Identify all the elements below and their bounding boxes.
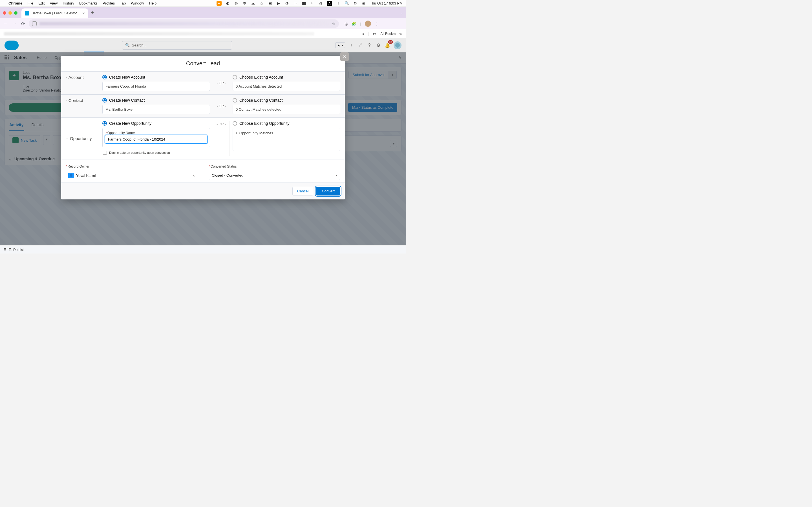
tab-close-icon[interactable]: × [82,11,85,15]
tab-overflow-icon[interactable]: ⌄ [400,11,403,15]
help-icon[interactable]: ? [366,43,372,48]
account-matches-display[interactable]: 0 Account Matches detected [233,82,340,91]
radio-create-opportunity[interactable]: Create New Opportunity [102,121,210,126]
setup-gear-icon[interactable]: ⚙ [375,43,381,48]
radio-icon [102,121,107,126]
menu-help[interactable]: Help [149,1,157,5]
modal-bottom-fields: Record Owner 👤 Yuval Karmi × Converted S… [61,159,345,182]
section-heading-contact[interactable]: ›Contact [66,98,100,103]
display-icon[interactable]: ▭ [293,1,298,6]
global-actions-icon[interactable]: ＋ [349,43,354,48]
opportunity-name-input[interactable] [105,135,207,144]
account-name-input[interactable]: Farmers Coop. of Florida [102,82,210,91]
radio-existing-contact[interactable]: Choose Existing Contact [233,98,340,103]
record-owner-value: Yuval Karmi [76,173,96,178]
menubar-app[interactable]: Chrome [8,1,22,5]
or-separator: - OR - [213,81,230,85]
section-heading-opportunity[interactable]: ⌄Opportunity [66,121,100,156]
checkbox-icon [103,151,107,155]
menubar-clock[interactable]: Thu Oct 17 6:03 PM [370,1,403,5]
radio-existing-account[interactable]: Choose Existing Account [233,75,340,79]
modal-title: Convert Lead [61,56,345,71]
salesforce-logo[interactable] [4,41,18,50]
bookmark-star-icon[interactable]: ☆ [332,22,336,26]
chrome-tab-strip: Bertha Boxer | Lead | Salesfor… × + ⌄ [0,7,406,18]
extension-icon-1[interactable]: ◎ [345,22,348,26]
todo-list-button[interactable]: To Do List [9,248,24,252]
status-icon-4[interactable]: ☁ [251,1,255,6]
guidance-icon[interactable]: ☄ [357,43,363,48]
radio-create-contact[interactable]: Create New Contact [102,98,210,103]
reload-button[interactable]: ⟳ [20,21,26,26]
extensions-icon[interactable]: 🧩 [352,22,356,26]
new-tab-button[interactable]: + [91,10,94,16]
control-center-icon[interactable]: ⚙ [353,1,357,6]
user-icon: 👤 [68,173,74,178]
converted-status-value: Closed - Converted [212,173,243,177]
section-account: ›Account Create New Account Farmers Coop… [61,71,345,94]
wifi-icon[interactable]: ᯤ [310,1,315,6]
menu-history[interactable]: History [63,1,74,5]
section-heading-account[interactable]: ›Account [66,75,100,80]
menu-file[interactable]: File [28,1,33,5]
status-icon-6[interactable]: ▣ [268,1,272,6]
mic-icon[interactable]: ● [216,1,221,6]
forward-button[interactable]: → [12,21,17,26]
radio-icon [102,75,107,79]
status-icon-1[interactable]: ◐ [225,1,230,6]
bookmarks-bar: » | 🗀 All Bookmarks [0,29,406,38]
siri-icon[interactable]: ◉ [361,1,366,6]
menu-profiles[interactable]: Profiles [103,1,115,5]
site-info-icon[interactable] [32,21,37,26]
converted-status-select[interactable]: Closed - Converted ▾ [209,171,340,180]
status-icon-3[interactable]: ✲ [243,1,247,6]
browser-tab[interactable]: Bertha Boxer | Lead | Salesfor… × [21,8,88,18]
radio-existing-opportunity[interactable]: Choose Existing Opportunity [233,121,340,126]
dont-create-checkbox[interactable]: Don't create an opportunity upon convers… [102,150,210,156]
minimize-window-button[interactable] [8,11,12,15]
modal-close-button[interactable]: × [340,52,349,61]
convert-lead-modal: × Convert Lead ›Account Create New Accou… [61,56,345,200]
global-search[interactable]: 🔍 Search... [122,41,232,50]
convert-button[interactable]: Convert [316,187,340,195]
input-source-icon[interactable]: A [327,1,332,6]
mac-menubar: Chrome File Edit View History Bookmarks … [0,0,406,7]
menu-bookmarks[interactable]: Bookmarks [79,1,98,5]
bookmarks-overflow-icon[interactable]: » [363,32,364,36]
sf-global-header: 🔍 Search... ★▾ ＋ ☄ ? ⚙ 🔔12 [0,38,406,52]
close-window-button[interactable] [3,11,6,15]
address-bar[interactable]: ☆ [29,19,339,28]
back-button[interactable]: ← [3,21,8,26]
menu-tab[interactable]: Tab [120,1,126,5]
radio-create-account[interactable]: Create New Account [102,75,210,79]
star-icon: ★ [337,43,341,47]
all-bookmarks-link[interactable]: All Bookmarks [380,32,402,36]
status-icon-7[interactable]: ▶ [276,1,281,6]
clear-owner-icon[interactable]: × [193,173,195,178]
contact-name-input[interactable]: Ms. Bertha Boxer [102,105,210,114]
favorites-button[interactable]: ★▾ [335,42,345,48]
contact-matches-display[interactable]: 0 Contact Matches detected [233,105,340,114]
bluetooth-icon[interactable]: ᛒ [336,1,341,6]
battery-icon[interactable]: ▮▮ [302,1,306,6]
profile-avatar[interactable] [365,20,371,27]
chrome-toolbar: ← → ⟳ ☆ ◎ 🧩 | ⋮ [0,18,406,29]
chrome-menu-icon[interactable]: ⋮ [375,22,378,26]
clock-icon[interactable]: ◷ [319,1,323,6]
fullscreen-window-button[interactable] [14,11,17,15]
status-icon-2[interactable]: ◎ [234,1,239,6]
cancel-button[interactable]: Cancel [292,187,313,195]
record-owner-lookup[interactable]: 👤 Yuval Karmi × [66,171,197,180]
user-avatar[interactable] [394,41,402,49]
record-owner-label: Record Owner [66,165,197,168]
status-icon-8[interactable]: ◔ [285,1,289,6]
converted-status-label: Converted Status [209,165,340,168]
menu-view[interactable]: View [50,1,57,5]
status-icon-5[interactable]: ⌂ [259,1,264,6]
menu-edit[interactable]: Edit [38,1,45,5]
window-controls [3,11,21,18]
spotlight-icon[interactable]: 🔍 [345,1,349,6]
notifications-icon[interactable]: 🔔12 [385,43,390,48]
radio-icon [102,98,107,103]
menu-window[interactable]: Window [131,1,144,5]
